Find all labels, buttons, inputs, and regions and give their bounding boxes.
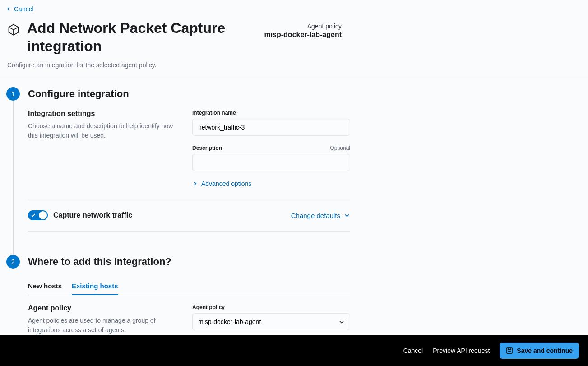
capture-traffic-label: Capture network traffic bbox=[53, 211, 132, 219]
agent-policy-label: Agent policy bbox=[264, 23, 342, 30]
check-icon bbox=[31, 213, 36, 218]
chevron-right-icon bbox=[192, 181, 198, 186]
footer-cancel-button[interactable]: Cancel bbox=[403, 347, 423, 354]
agent-policy-desc: Agent policies are used to manage a grou… bbox=[28, 316, 181, 335]
step-1-title: Configure integration bbox=[28, 88, 350, 100]
divider bbox=[28, 231, 350, 232]
capture-traffic-toggle[interactable] bbox=[28, 210, 48, 220]
host-tabs: New hosts Existing hosts bbox=[28, 278, 350, 295]
page-subtitle: Configure an integration for the selecte… bbox=[7, 61, 581, 69]
preview-api-button[interactable]: Preview API request bbox=[433, 347, 490, 354]
chevron-down-icon bbox=[344, 212, 350, 218]
svg-rect-0 bbox=[507, 348, 512, 353]
agent-policy-name: misp-docker-lab-agent bbox=[264, 31, 342, 39]
step-1-badge: 1 bbox=[6, 87, 20, 101]
cancel-link-text: Cancel bbox=[14, 5, 34, 13]
package-icon bbox=[7, 23, 20, 36]
page-header: Cancel Add Network Packet Capture integr… bbox=[0, 0, 588, 78]
description-label: Description bbox=[192, 145, 222, 151]
cancel-link[interactable]: Cancel bbox=[6, 5, 34, 13]
advanced-options-toggle[interactable]: Advanced options bbox=[192, 180, 251, 187]
save-continue-label: Save and continue bbox=[517, 347, 573, 354]
save-continue-button[interactable]: Save and continue bbox=[500, 343, 579, 359]
save-icon bbox=[506, 347, 513, 354]
description-optional: Optional bbox=[330, 145, 350, 151]
agent-policy-select[interactable] bbox=[192, 313, 350, 330]
integration-name-input[interactable] bbox=[192, 119, 350, 136]
integration-settings-desc: Choose a name and description to help id… bbox=[28, 121, 181, 140]
step-connector bbox=[13, 101, 14, 255]
tab-existing-hosts[interactable]: Existing hosts bbox=[72, 278, 118, 295]
integration-name-label: Integration name bbox=[192, 110, 236, 116]
change-defaults-button[interactable]: Change defaults bbox=[291, 212, 350, 219]
integration-settings-heading: Integration settings bbox=[28, 110, 181, 118]
chevron-left-icon bbox=[6, 6, 11, 12]
step-2-badge: 2 bbox=[6, 255, 20, 269]
description-input[interactable] bbox=[192, 154, 350, 171]
divider bbox=[28, 199, 350, 199]
tab-new-hosts[interactable]: New hosts bbox=[28, 278, 62, 295]
advanced-options-label: Advanced options bbox=[201, 180, 251, 187]
change-defaults-label: Change defaults bbox=[291, 212, 340, 219]
step-2-title: Where to add this integration? bbox=[28, 256, 350, 268]
agent-policy-heading: Agent policy bbox=[28, 304, 181, 312]
page-title: Add Network Packet Capture integration bbox=[27, 19, 262, 55]
footer-bar: Cancel Preview API request Save and cont… bbox=[0, 335, 588, 366]
agent-policy-select-label: Agent policy bbox=[192, 304, 225, 310]
